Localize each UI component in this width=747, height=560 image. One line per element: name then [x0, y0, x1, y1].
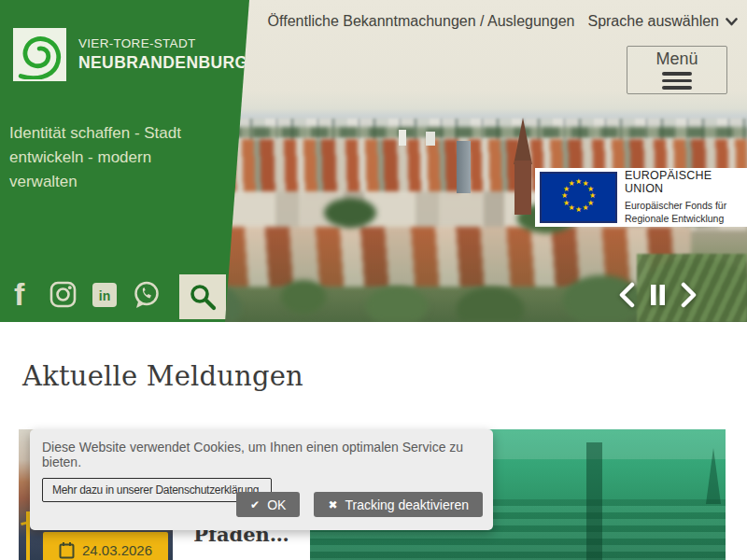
- site-logo[interactable]: VIER-TORE-STADT NEUBRANDENBURG: [13, 28, 248, 81]
- hero-photo-layer: [224, 127, 747, 138]
- announcements-link[interactable]: Öffentliche Bekanntmachungen / Auslegung…: [268, 13, 575, 30]
- logo-pretitle: VIER-TORE-STADT: [78, 36, 248, 50]
- page-title: Aktuelle Meldungen: [22, 360, 303, 392]
- cookie-ok-label: OK: [267, 497, 286, 512]
- brand-tagline: Identität schaffen - Stadt entwickeln - …: [9, 121, 211, 193]
- cookie-ok-button[interactable]: ✔ OK: [236, 492, 300, 517]
- calendar-icon: [59, 541, 75, 559]
- linkedin-icon[interactable]: in: [92, 283, 117, 307]
- language-selector[interactable]: Sprache auswählen: [587, 13, 738, 30]
- cookie-tracking-button[interactable]: ✖ Tracking deaktivieren: [314, 492, 483, 517]
- menu-button[interactable]: Menü: [627, 46, 727, 94]
- eu-banner-subtitle-line1: Europäischer Fonds für: [625, 200, 747, 213]
- eu-banner-title: EUROPÄISCHE UNION: [625, 169, 747, 195]
- logo-title: NEUBRANDENBURG: [78, 53, 248, 73]
- x-icon: ✖: [328, 499, 337, 511]
- logo-text: VIER-TORE-STADT NEUBRANDENBURG: [78, 36, 248, 73]
- cookie-buttons: ✔ OK ✖ Tracking deaktivieren: [236, 492, 483, 517]
- eu-banner-subtitle-line2: Regionale Entwicklung: [625, 213, 747, 226]
- news-card-image-detail: [586, 442, 602, 560]
- svg-text:★: ★: [575, 205, 582, 214]
- instagram-icon[interactable]: [49, 281, 77, 308]
- pause-icon[interactable]: [649, 283, 667, 307]
- hamburger-icon: [662, 72, 692, 90]
- language-selector-label: Sprache auswählen: [587, 13, 719, 30]
- menu-button-label: Menü: [655, 50, 698, 67]
- search-icon: [188, 282, 218, 312]
- top-bar: Öffentliche Bekanntmachungen / Auslegung…: [268, 13, 738, 30]
- chevron-down-icon: [726, 18, 738, 26]
- brand-sidebar: VIER-TORE-STADT NEUBRANDENBURG Identität…: [0, 0, 252, 322]
- eu-funding-banner: ★★★ ★★★ ★★★ ★★★ EUROPÄISCHE UNION Europä…: [535, 168, 747, 227]
- date-badge: 24.03.2026: [43, 532, 168, 560]
- hero-carousel-controls: [616, 281, 699, 309]
- next-icon[interactable]: [679, 281, 699, 309]
- prev-icon[interactable]: [616, 281, 637, 309]
- logo-spiral-icon: [13, 28, 66, 81]
- facebook-icon[interactable]: f: [14, 278, 24, 310]
- hero-photo-layer: [457, 141, 471, 193]
- hero-photo-layer: [426, 132, 435, 146]
- svg-text:★: ★: [575, 177, 582, 186]
- eu-banner-text: EUROPÄISCHE UNION Europäischer Fonds für…: [625, 169, 747, 225]
- search-button[interactable]: [179, 274, 226, 319]
- eu-flag-icon: ★★★ ★★★ ★★★ ★★★: [540, 172, 617, 223]
- social-links: f in: [0, 273, 243, 320]
- svg-text:★: ★: [568, 179, 574, 188]
- cookie-banner: Diese Website verwendet Cookies, um Ihne…: [30, 429, 493, 530]
- cookie-tracking-label: Tracking deaktivieren: [345, 497, 469, 512]
- svg-text:★: ★: [582, 203, 588, 212]
- hero-photo-layer: [399, 130, 406, 146]
- whatsapp-icon[interactable]: [132, 280, 161, 309]
- cookie-message: Diese Website verwendet Cookies, um Ihne…: [42, 440, 483, 469]
- check-icon: ✔: [250, 499, 260, 511]
- svg-text:in: in: [99, 288, 110, 303]
- news-card-date: 24.03.2026: [82, 542, 152, 558]
- church-spire: [514, 161, 531, 215]
